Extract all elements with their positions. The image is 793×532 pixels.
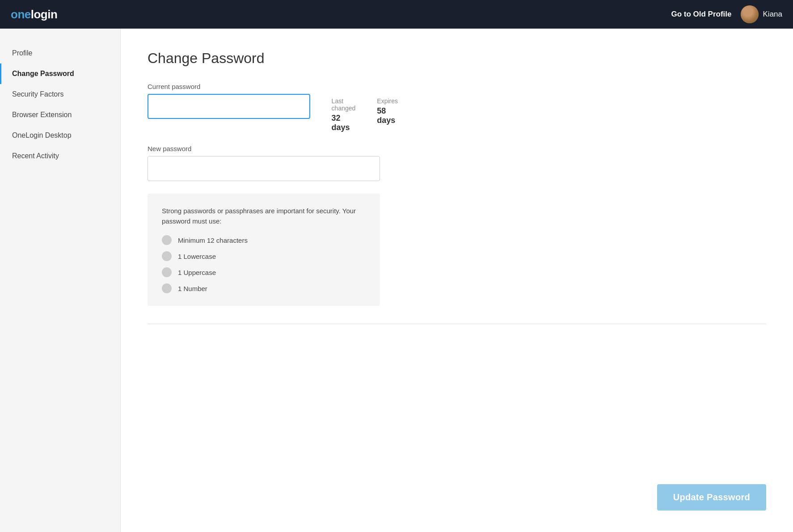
requirement-uppercase: 1 Uppercase: [162, 267, 366, 277]
sidebar-item-onelogin-desktop[interactable]: OneLogin Desktop: [0, 125, 120, 146]
req-dot-uppercase: [162, 267, 172, 277]
expires-value: 58 days: [377, 106, 398, 125]
layout: Profile Change Password Security Factors…: [0, 29, 793, 532]
divider: [148, 324, 766, 324]
req-dot-number: [162, 283, 172, 293]
requirements-box: Strong passwords or passphrases are impo…: [148, 194, 380, 306]
new-password-label: New password: [148, 145, 398, 152]
new-password-input[interactable]: [148, 156, 380, 181]
current-password-label: Current password: [148, 83, 398, 90]
requirements-intro: Strong passwords or passphrases are impo…: [162, 206, 366, 226]
req-label-min-chars: Minimum 12 characters: [178, 236, 248, 244]
sidebar-item-recent-activity[interactable]: Recent Activity: [0, 146, 120, 166]
user-name: Kiana: [763, 10, 782, 19]
req-label-number: 1 Number: [178, 285, 207, 292]
current-password-input[interactable]: [148, 94, 310, 119]
req-dot-min-chars: [162, 235, 172, 245]
req-label-uppercase: 1 Uppercase: [178, 269, 216, 276]
req-dot-lowercase: [162, 251, 172, 261]
last-changed-block: Last changed 32 days: [332, 97, 356, 132]
page-title: Change Password: [148, 50, 766, 67]
user-menu[interactable]: Kiana: [741, 5, 782, 23]
main-content: Change Password Current password Last ch…: [121, 29, 793, 532]
change-password-form: Current password Last changed 32 days Ex…: [148, 83, 398, 306]
password-meta: Last changed 32 days Expires 58 days: [332, 94, 398, 132]
current-password-row: Last changed 32 days Expires 58 days: [148, 94, 398, 132]
requirement-number: 1 Number: [162, 283, 366, 293]
sidebar-item-change-password[interactable]: Change Password: [0, 63, 120, 84]
expires-block: Expires 58 days: [377, 97, 398, 132]
expires-label: Expires: [377, 97, 398, 105]
logo: onelogin: [11, 8, 57, 21]
last-changed-value: 32 days: [332, 114, 356, 132]
sidebar-item-security-factors[interactable]: Security Factors: [0, 84, 120, 105]
requirement-lowercase: 1 Lowercase: [162, 251, 366, 261]
new-password-group: New password: [148, 145, 398, 181]
last-changed-label: Last changed: [332, 97, 356, 112]
req-label-lowercase: 1 Lowercase: [178, 253, 216, 260]
header: onelogin Go to Old Profile Kiana: [0, 0, 793, 29]
sidebar: Profile Change Password Security Factors…: [0, 29, 121, 532]
update-password-button[interactable]: Update Password: [657, 484, 766, 511]
sidebar-item-profile[interactable]: Profile: [0, 43, 120, 63]
header-right: Go to Old Profile Kiana: [671, 5, 782, 23]
avatar: [741, 5, 759, 23]
requirement-min-chars: Minimum 12 characters: [162, 235, 366, 245]
go-to-old-profile-link[interactable]: Go to Old Profile: [671, 10, 731, 19]
current-password-group: Current password Last changed 32 days Ex…: [148, 83, 398, 132]
sidebar-item-browser-extension[interactable]: Browser Extension: [0, 105, 120, 125]
